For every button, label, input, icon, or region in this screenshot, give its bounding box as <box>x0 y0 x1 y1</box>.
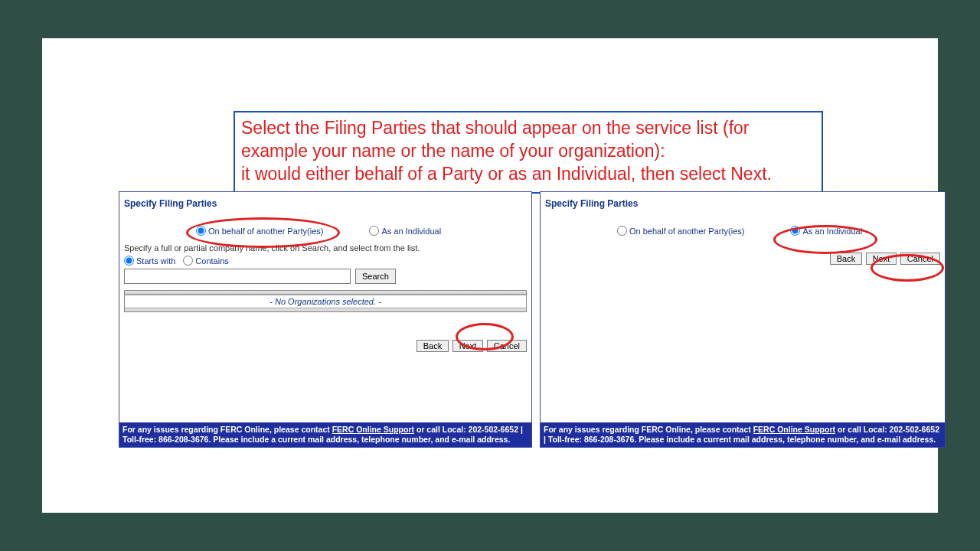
cancel-button[interactable]: Cancel <box>900 253 940 265</box>
search-row: Search <box>119 269 531 287</box>
radio-individual[interactable]: As an Individual <box>369 226 441 236</box>
panel-title: Specify Filing Parties <box>541 192 945 212</box>
radio-individual-input[interactable] <box>790 226 800 236</box>
back-button[interactable]: Back <box>416 340 449 352</box>
footer-bar: For any issues regarding FERC Online, pl… <box>119 422 531 447</box>
company-search-input[interactable] <box>124 269 351 284</box>
panel-party: Specify Filing Parties On behalf of anot… <box>119 191 532 448</box>
slide: Select the Filing Parties that should ap… <box>42 38 938 513</box>
filing-mode-row: On behalf of another Party(ies) As an In… <box>119 212 531 243</box>
footer-link[interactable]: FERC Online Support <box>332 425 414 434</box>
radio-on-behalf-input[interactable] <box>617 226 627 236</box>
radio-starts-with-input[interactable] <box>124 256 134 266</box>
next-button[interactable]: Next <box>452 340 484 352</box>
radio-starts-with-label: Starts with <box>136 256 175 266</box>
radio-individual-label: As an Individual <box>802 227 862 236</box>
radio-on-behalf-label: On behalf of another Party(ies) <box>208 227 323 236</box>
back-button[interactable]: Back <box>830 253 862 265</box>
org-results-box: - No Organizations selected. - <box>124 290 527 312</box>
radio-contains[interactable]: Contains <box>183 256 228 266</box>
instruction-box: Select the Filing Parties that should ap… <box>234 111 823 194</box>
radio-individual-input[interactable] <box>369 226 379 236</box>
panel-title: Specify Filing Parties <box>119 192 531 212</box>
radio-on-behalf-input[interactable] <box>196 226 206 236</box>
radio-on-behalf[interactable]: On behalf of another Party(ies) <box>196 226 323 236</box>
panel-individual: Specify Filing Parties On behalf of anot… <box>540 191 946 448</box>
org-results-foot <box>125 308 526 311</box>
radio-starts-with[interactable]: Starts with <box>124 256 175 266</box>
radio-on-behalf[interactable]: On behalf of another Party(ies) <box>617 226 744 236</box>
footer-bar: For any issues regarding FERC Online, pl… <box>541 422 945 447</box>
nav-row: Back Next Cancel <box>541 243 945 265</box>
footer-pre: For any issues regarding FERC Online, pl… <box>544 425 753 434</box>
org-results-empty: - No Organizations selected. - <box>125 295 526 308</box>
filing-mode-row: On behalf of another Party(ies) As an In… <box>541 212 945 243</box>
instruction-line2: it would either behalf of a Party or as … <box>241 163 815 186</box>
footer-pre: For any issues regarding FERC Online, pl… <box>122 425 332 434</box>
radio-on-behalf-label: On behalf of another Party(ies) <box>629 227 744 236</box>
search-button[interactable]: Search <box>355 269 396 284</box>
search-mode-row: Starts with Contains <box>119 256 531 269</box>
footer-link[interactable]: FERC Online Support <box>753 425 835 434</box>
radio-contains-label: Contains <box>195 256 228 266</box>
cancel-button[interactable]: Cancel <box>487 340 527 352</box>
instruction-line1: Select the Filing Parties that should ap… <box>241 117 815 163</box>
radio-individual[interactable]: As an Individual <box>790 226 862 236</box>
next-button[interactable]: Next <box>866 253 897 265</box>
radio-individual-label: As an Individual <box>381 227 441 236</box>
nav-row: Back Next Cancel <box>119 312 531 352</box>
search-hint: Specify a full or partial company name, … <box>119 243 531 256</box>
radio-contains-input[interactable] <box>183 256 193 266</box>
